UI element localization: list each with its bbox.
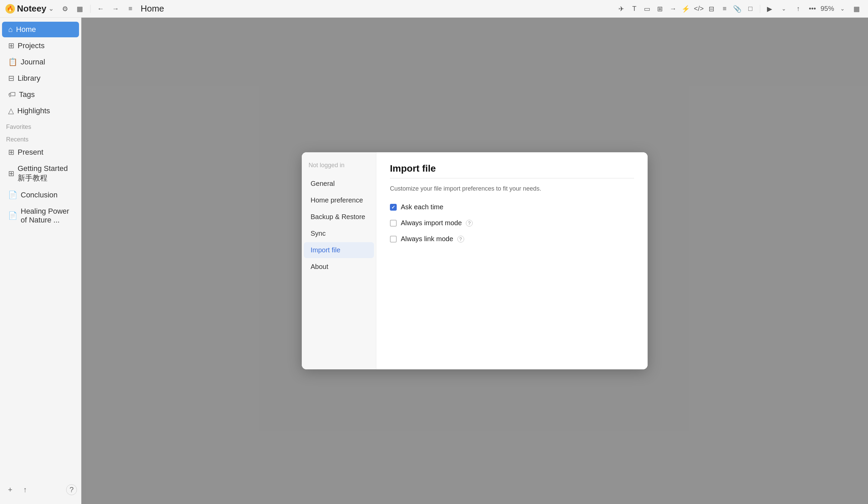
not-logged-in-text: Not logged in — [302, 159, 376, 176]
tool-highlight[interactable]: ⚡ — [680, 3, 692, 15]
settings-label-sync: Sync — [311, 230, 326, 237]
sidebar-item-healing-power[interactable]: 📄 Healing Power of Nature ... — [2, 204, 79, 228]
sidebar-item-getting-started[interactable]: ⊞ Getting Started新手教程 — [2, 161, 79, 186]
settings-divider — [390, 178, 634, 178]
zoom-level: 95% — [820, 5, 834, 12]
settings-item-backup-restore[interactable]: Backup & Restore — [304, 209, 374, 225]
tool-arrow2[interactable]: → — [667, 3, 679, 15]
option-always-import-mode: Always import mode ? — [390, 219, 634, 227]
page-title: Home — [141, 3, 164, 14]
settings-label-home-preference: Home preference — [311, 196, 363, 204]
sidebar-item-tags[interactable]: 🏷 Tags — [2, 87, 79, 102]
option-always-link-mode: Always link mode ? — [390, 235, 634, 243]
layout-button[interactable]: ▦ — [74, 3, 86, 15]
toolbar-right: ✈ T ▭ ⊞ → ⚡ </> ⊟ ≡ 📎 □ ▶ ⌄ ↑ ••• 95% ⌄ … — [616, 3, 862, 15]
play-dropdown[interactable]: ⌄ — [778, 3, 790, 15]
help-button[interactable]: ? — [66, 484, 77, 495]
tool-sticky[interactable]: □ — [744, 3, 756, 15]
sidebar-label-healing-power: Healing Power of Nature ... — [21, 207, 73, 225]
back-button[interactable]: ← — [95, 3, 107, 15]
settings-label-about: About — [311, 263, 328, 271]
tool-grid[interactable]: ⊞ — [654, 3, 666, 15]
app-dropdown-icon[interactable]: ⌄ — [49, 5, 54, 12]
sidebar-item-library[interactable]: ⊟ Library — [2, 71, 79, 86]
sidebar-item-journal[interactable]: 📋 Journal — [2, 54, 79, 70]
import-button[interactable]: ↑ — [19, 484, 31, 496]
present-icon: ⊞ — [8, 148, 14, 157]
sidebar-label-conclusion: Conclusion — [21, 191, 58, 199]
help-icon-always-import[interactable]: ? — [466, 220, 473, 227]
sidebar-label-tags: Tags — [19, 90, 34, 99]
tool-list[interactable]: ≡ — [719, 3, 731, 15]
option-label-always-link-mode: Always link mode — [401, 235, 453, 243]
help-icon-always-link[interactable]: ? — [457, 236, 464, 243]
settings-item-about[interactable]: About — [304, 259, 374, 275]
sidebar-item-projects[interactable]: ⊞ Projects — [2, 38, 79, 54]
option-label-ask-each-time: Ask each time — [401, 203, 444, 211]
settings-sidebar: Not logged in General Home preference Ba… — [302, 152, 376, 369]
menu-button[interactable]: ≡ — [124, 3, 137, 15]
sidebar-label-present: Present — [18, 148, 43, 157]
forward-button[interactable]: → — [110, 3, 122, 15]
add-note-button[interactable]: + — [4, 484, 16, 496]
tool-attach[interactable]: 📎 — [731, 3, 744, 15]
conclusion-icon: 📄 — [8, 191, 17, 199]
settings-item-import-file[interactable]: Import file — [304, 242, 374, 258]
checkbox-always-link-mode[interactable] — [390, 236, 397, 243]
checkbox-always-import-mode[interactable] — [390, 220, 397, 227]
tool-table[interactable]: ⊟ — [705, 3, 718, 15]
option-label-always-import-mode: Always import mode — [401, 219, 462, 227]
more-button[interactable]: ••• — [806, 3, 818, 15]
settings-item-sync[interactable]: Sync — [304, 226, 374, 241]
settings-label-backup-restore: Backup & Restore — [311, 213, 365, 221]
app-name: Noteey — [17, 3, 46, 14]
panel-toggle[interactable]: ▦ — [850, 3, 862, 15]
play-button[interactable]: ▶ — [764, 3, 776, 15]
main-content: Not logged in General Home preference Ba… — [81, 18, 868, 504]
settings-label-general: General — [311, 180, 335, 187]
recents-label: Recents — [0, 132, 81, 144]
home-icon: ⌂ — [8, 25, 12, 34]
editor-toolbar-icons: ✈ T ▭ ⊞ → ⚡ </> ⊟ ≡ 📎 □ — [616, 3, 756, 15]
settings-button[interactable]: ⚙ — [59, 3, 71, 15]
sidebar-label-projects: Projects — [18, 41, 44, 50]
sidebar-item-present[interactable]: ⊞ Present — [2, 144, 79, 160]
settings-content: Import file Customize your file import p… — [376, 152, 648, 369]
sidebar-bottom: + ↑ ? — [0, 480, 81, 500]
tool-image[interactable]: ▭ — [641, 3, 653, 15]
favorites-label: Favorites — [0, 120, 81, 132]
settings-item-home-preference[interactable]: Home preference — [304, 192, 374, 208]
sidebar-item-conclusion[interactable]: 📄 Conclusion — [2, 187, 79, 203]
toolbar-separator-1 — [90, 5, 91, 13]
share-button[interactable]: ↑ — [792, 3, 804, 15]
sidebar-item-highlights[interactable]: △ Highlights — [2, 103, 79, 119]
tool-code[interactable]: </> — [693, 3, 705, 15]
zoom-dropdown[interactable]: ⌄ — [836, 3, 848, 15]
sidebar-item-home[interactable]: ⌂ Home — [2, 22, 79, 37]
tool-arrow[interactable]: ✈ — [616, 3, 628, 15]
getting-started-icon: ⊞ — [8, 169, 14, 178]
top-toolbar: 🔥 Noteey ⌄ ⚙ ▦ ← → ≡ Home ✈ T ▭ ⊞ → ⚡ </… — [0, 0, 868, 18]
settings-item-general[interactable]: General — [304, 176, 374, 192]
highlights-icon: △ — [8, 106, 14, 115]
toolbar-separator-2 — [760, 5, 760, 13]
sidebar-label-highlights: Highlights — [17, 106, 50, 115]
sidebar-label-journal: Journal — [21, 58, 45, 66]
library-icon: ⊟ — [8, 74, 14, 83]
tool-text[interactable]: T — [628, 3, 640, 15]
sidebar-label-home: Home — [16, 25, 36, 34]
sidebar-label-getting-started: Getting Started新手教程 — [18, 164, 73, 183]
settings-description: Customize your file import preferences t… — [390, 185, 634, 192]
modal-overlay[interactable]: Not logged in General Home preference Ba… — [81, 18, 868, 504]
sidebar: ⌂ Home ⊞ Projects 📋 Journal ⊟ Library 🏷 … — [0, 18, 81, 504]
option-ask-each-time: Ask each time — [390, 203, 634, 211]
checkbox-ask-each-time[interactable] — [390, 204, 397, 210]
settings-title: Import file — [390, 163, 634, 174]
projects-icon: ⊞ — [8, 41, 14, 50]
app-logo[interactable]: 🔥 Noteey ⌄ — [6, 3, 54, 14]
journal-icon: 📋 — [8, 58, 17, 66]
settings-label-import-file: Import file — [311, 246, 340, 254]
settings-modal: Not logged in General Home preference Ba… — [302, 152, 648, 369]
logo-icon: 🔥 — [6, 4, 15, 13]
sidebar-label-library: Library — [18, 74, 40, 83]
